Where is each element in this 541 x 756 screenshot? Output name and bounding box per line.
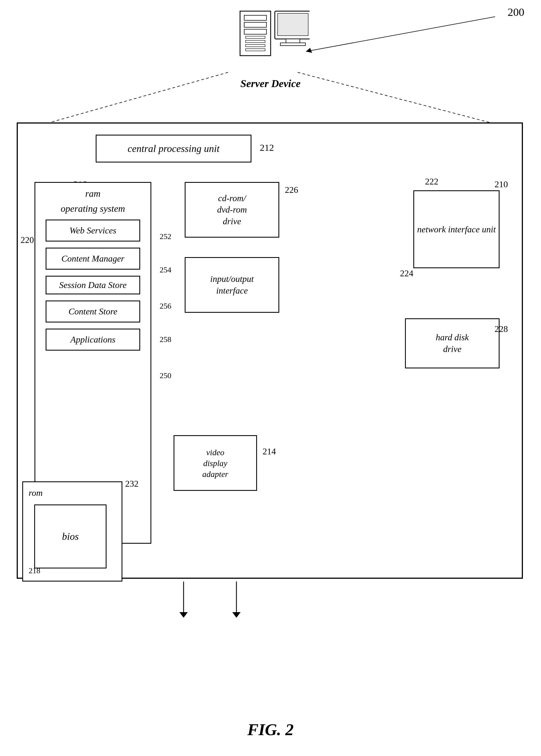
server-label: Server Device xyxy=(240,77,300,90)
io-label: input/outputinterface xyxy=(210,273,254,296)
io-box: input/outputinterface xyxy=(185,257,279,313)
svg-line-12 xyxy=(50,72,228,122)
ref-252: 252 xyxy=(160,232,171,241)
ref-222: 222 xyxy=(425,176,438,187)
svg-rect-10 xyxy=(286,39,300,43)
svg-line-13 xyxy=(297,72,490,122)
svg-rect-11 xyxy=(280,43,305,46)
content-store-label: Content Store xyxy=(68,306,117,317)
ref-250: 250 xyxy=(160,371,171,380)
hdd-box: hard diskdrive xyxy=(405,318,500,369)
session-data-store-box: Session Data Store xyxy=(46,276,140,295)
applications-label: Applications xyxy=(70,335,116,345)
ram-label: ram xyxy=(85,188,101,199)
content-manager-box: Content Manager xyxy=(46,248,140,270)
cdrom-label: cd-rom/dvd-romdrive xyxy=(217,193,247,227)
hdd-ref: 228 xyxy=(495,324,508,334)
applications-box: Applications xyxy=(46,329,140,351)
cdrom-ref: 226 xyxy=(285,185,298,195)
server-computer-icon xyxy=(232,6,309,75)
bios-label: bios xyxy=(62,531,79,542)
ref-224: 224 xyxy=(400,268,413,279)
page: 200 Server Device xyxy=(0,0,541,756)
server-section: Server Device xyxy=(232,6,309,90)
rom-label: rom xyxy=(29,488,43,498)
svg-marker-55 xyxy=(232,612,241,618)
cpu-box: central processing unit xyxy=(96,135,252,163)
network-label: network interface unit xyxy=(417,223,496,236)
os-label: operating system xyxy=(61,203,125,214)
svg-rect-9 xyxy=(277,13,308,36)
svg-marker-53 xyxy=(180,612,188,618)
session-data-store-label: Session Data Store xyxy=(59,280,127,290)
web-services-box: Web Services xyxy=(46,220,140,242)
cpu-ref: 212 xyxy=(260,143,274,153)
ref-220: 220 xyxy=(21,235,34,245)
content-manager-label: Content Manager xyxy=(62,254,125,264)
bios-ref: 218 xyxy=(29,566,40,575)
svg-line-14 xyxy=(306,17,495,51)
ref-258: 258 xyxy=(160,335,171,344)
svg-rect-0 xyxy=(240,11,270,56)
fig-label: FIG. 2 xyxy=(247,720,294,739)
vda-label: videodisplayadapter xyxy=(202,447,228,479)
network-box: network interface unit xyxy=(413,190,500,268)
bios-box: bios xyxy=(34,504,107,568)
cpu-label: central processing unit xyxy=(128,143,220,154)
rom-ref: 232 xyxy=(125,478,139,489)
vda-box: videodisplayadapter xyxy=(174,435,257,491)
ref-200-label: 200 xyxy=(508,6,524,19)
cdrom-box: cd-rom/dvd-romdrive xyxy=(185,182,279,238)
network-ref: 210 xyxy=(495,179,508,190)
ref-256: 256 xyxy=(160,302,171,311)
web-services-label: Web Services xyxy=(70,225,117,236)
rom-outer-box: rom bios 218 xyxy=(22,481,122,581)
hdd-label: hard diskdrive xyxy=(436,332,469,355)
content-store-box: Content Store xyxy=(46,301,140,323)
ref-254: 254 xyxy=(160,266,171,274)
vda-ref: 214 xyxy=(263,446,276,456)
